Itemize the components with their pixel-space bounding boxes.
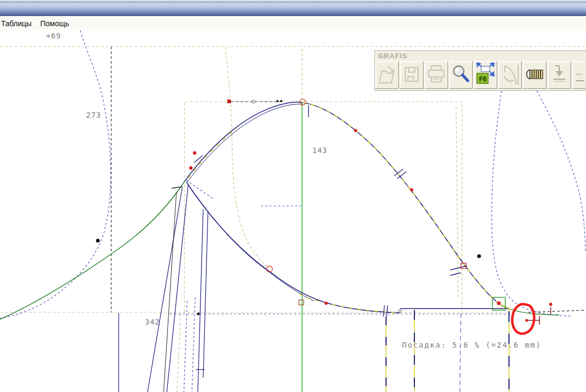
clipped-icon [574,63,586,87]
measuring-tape-icon [525,63,545,87]
notch-ticks [172,105,467,317]
magnifier-icon [451,63,471,87]
pattern-piece-icon [500,63,520,87]
red-annotation-circle [512,304,534,334]
save-button[interactable] [400,61,423,89]
plot-button[interactable] [548,61,571,89]
printer-icon [426,63,446,87]
measure-label-left: 273 [86,111,101,119]
print-button[interactable] [425,61,448,89]
open-button[interactable] [375,61,399,89]
f6-arrows-icon: F6 [475,63,496,87]
grafis-app-window: { "window": { "menu": { "items": [ { "la… [0,0,586,392]
floppy-disk-icon [402,63,422,87]
fit-view-f6-button[interactable]: F6 [474,61,497,89]
clipped-button[interactable] [572,61,586,89]
marked-verticals [386,309,509,392]
ease-status-text: Посадка: 5.6 % (=24.6 mm) [402,341,542,349]
grafis-toolbar-title: GRAFIS [375,51,586,61]
dart-lines [119,185,208,392]
piece-output-button[interactable] [498,61,522,89]
measure-label-top: +69 [46,32,61,40]
grafis-toolbar-buttons: F6 [375,61,586,89]
open-folder-icon [377,63,397,87]
plot-down-arrow-icon [549,63,569,87]
zoom-button[interactable] [449,61,473,89]
measure-button[interactable] [523,61,546,89]
grafis-toolbar: GRAFIS [374,50,586,91]
f6-label: F6 [479,75,487,83]
measure-label-center: 143 [312,146,327,155]
measure-label-bottom: 342 [145,318,160,326]
sleeve-cap-curves [185,102,509,313]
